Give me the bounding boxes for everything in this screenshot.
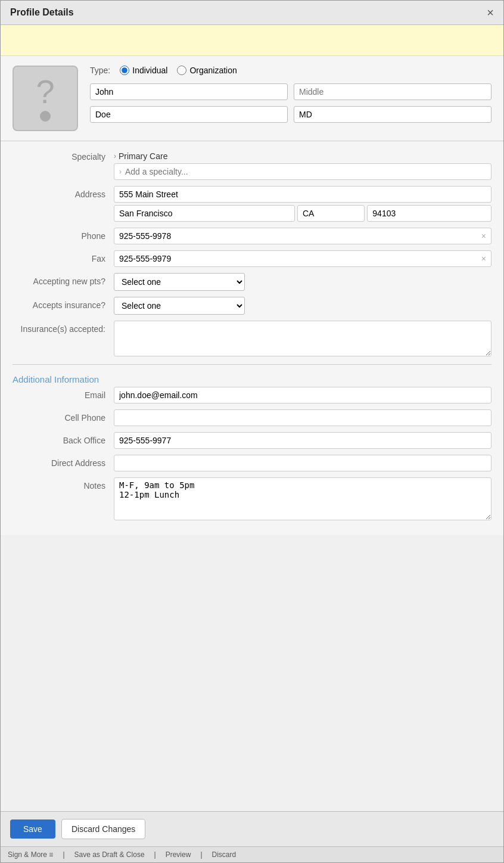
cell-phone-wrap	[114, 409, 491, 426]
middle-name-input[interactable]	[294, 83, 491, 100]
direct-address-wrap	[114, 455, 491, 471]
add-specialty-wrap: ›	[114, 163, 491, 180]
specialty-chevron-icon: ›	[114, 152, 116, 160]
address-label: Address	[13, 186, 114, 199]
fax-wrap: ×	[114, 250, 491, 267]
bottom-preview[interactable]: Preview	[166, 850, 191, 859]
notes-textarea[interactable]: M-F, 9am to 5pm 12-1pm Lunch	[114, 477, 491, 520]
fax-input[interactable]	[118, 252, 480, 265]
phone-wrap: ×	[114, 228, 491, 244]
back-office-label: Back Office	[13, 432, 114, 445]
avatar: ?	[13, 66, 78, 131]
spacer	[1, 535, 503, 811]
phone-clear-button[interactable]: ×	[480, 231, 487, 241]
accepting-select[interactable]: Select one Yes No	[114, 273, 245, 291]
insurance-row: Accepts insurance? Select one Yes No	[13, 297, 491, 315]
fax-label: Fax	[13, 250, 114, 263]
profile-fields: Type: Individual Organization	[90, 66, 491, 123]
address-street-input[interactable]	[114, 186, 491, 203]
form-section: Specialty › Primary Care › Address	[1, 141, 503, 535]
address-zip-input[interactable]	[367, 205, 491, 222]
bottom-divider-1: |	[63, 850, 64, 859]
direct-address-label: Direct Address	[13, 455, 114, 468]
fax-input-wrap: ×	[114, 250, 491, 267]
phone-input-wrap: ×	[114, 228, 491, 244]
discard-button[interactable]: Discard Changes	[61, 819, 145, 839]
add-specialty-arrow-icon: ›	[119, 167, 122, 176]
insurance-accepted-label: Insurance(s) accepted:	[13, 321, 114, 334]
organization-option[interactable]: Organization	[177, 66, 237, 75]
bottom-bar: Sign & More ≡ | Save as Draft & Close | …	[1, 846, 503, 862]
accepting-label: Accepting new pts?	[13, 273, 114, 286]
email-input[interactable]	[114, 387, 491, 403]
organization-label: Organization	[189, 66, 237, 75]
cell-phone-input[interactable]	[114, 409, 491, 426]
address-state-input[interactable]	[297, 205, 365, 222]
avatar-question-mark: ?	[36, 75, 54, 108]
additional-info-header: Additional Information	[13, 370, 491, 387]
bottom-save-draft[interactable]: Save as Draft & Close	[74, 850, 145, 859]
insurance-accepted-row: Insurance(s) accepted:	[13, 321, 491, 358]
name-row-2	[90, 106, 491, 123]
address-wrap	[114, 186, 491, 222]
address-row: Address	[13, 186, 491, 222]
accepting-row: Accepting new pts? Select one Yes No	[13, 273, 491, 291]
modal-title: Profile Details	[10, 7, 74, 18]
phone-label: Phone	[13, 228, 114, 241]
suffix-input[interactable]	[294, 106, 491, 123]
profile-details-modal: Profile Details × ? Type: Individual Org…	[0, 0, 504, 863]
modal-header: Profile Details ×	[1, 1, 503, 25]
fax-clear-button[interactable]: ×	[480, 254, 487, 263]
type-label: Type:	[90, 66, 110, 75]
specialty-label: Specialty	[13, 148, 114, 162]
insurance-wrap: Select one Yes No	[114, 297, 491, 315]
name-row-1	[90, 83, 491, 100]
add-specialty-input[interactable]	[125, 167, 486, 176]
cell-phone-label: Cell Phone	[13, 409, 114, 423]
type-row: Type: Individual Organization	[90, 66, 491, 75]
specialty-wrap: › Primary Care ›	[114, 148, 491, 180]
specialty-row: Specialty › Primary Care ›	[13, 148, 491, 180]
back-office-input[interactable]	[114, 432, 491, 449]
footer-bar: Save Discard Changes	[1, 811, 503, 846]
organization-radio[interactable]	[177, 66, 186, 75]
bottom-divider-3: |	[200, 850, 202, 859]
last-name-input[interactable]	[90, 106, 288, 123]
insurance-accepted-textarea[interactable]	[114, 321, 491, 356]
email-label: Email	[13, 387, 114, 400]
back-office-wrap	[114, 432, 491, 449]
phone-input[interactable]	[118, 229, 480, 243]
profile-section: ? Type: Individual Organization	[1, 56, 503, 141]
phone-row: Phone ×	[13, 228, 491, 244]
specialty-value: › Primary Care	[114, 148, 491, 161]
first-name-input[interactable]	[90, 83, 288, 100]
email-row: Email	[13, 387, 491, 403]
cell-phone-row: Cell Phone	[13, 409, 491, 426]
bottom-divider-2: |	[154, 850, 156, 859]
notes-wrap: M-F, 9am to 5pm 12-1pm Lunch	[114, 477, 491, 522]
accepting-wrap: Select one Yes No	[114, 273, 491, 291]
email-wrap	[114, 387, 491, 403]
direct-address-row: Direct Address	[13, 455, 491, 471]
back-office-row: Back Office	[13, 432, 491, 449]
yellow-banner	[1, 25, 503, 56]
notes-label: Notes	[13, 477, 114, 491]
insurance-select[interactable]: Select one Yes No	[114, 297, 245, 315]
bottom-sign-more[interactable]: Sign & More ≡	[8, 850, 53, 859]
individual-radio[interactable]	[120, 66, 129, 75]
individual-label: Individual	[132, 66, 167, 75]
section-divider	[13, 364, 491, 365]
close-button[interactable]: ×	[487, 7, 494, 18]
notes-row: Notes M-F, 9am to 5pm 12-1pm Lunch	[13, 477, 491, 522]
individual-option[interactable]: Individual	[120, 66, 167, 75]
address-city-row	[114, 205, 491, 222]
direct-address-input[interactable]	[114, 455, 491, 471]
save-button[interactable]: Save	[10, 819, 55, 839]
fax-row: Fax ×	[13, 250, 491, 267]
address-city-input[interactable]	[114, 205, 295, 222]
insurance-label: Accepts insurance?	[13, 297, 114, 310]
type-radio-group: Individual Organization	[120, 66, 237, 75]
specialty-text: Primary Care	[119, 151, 167, 161]
bottom-discard[interactable]: Discard	[212, 850, 237, 859]
insurance-accepted-wrap	[114, 321, 491, 358]
